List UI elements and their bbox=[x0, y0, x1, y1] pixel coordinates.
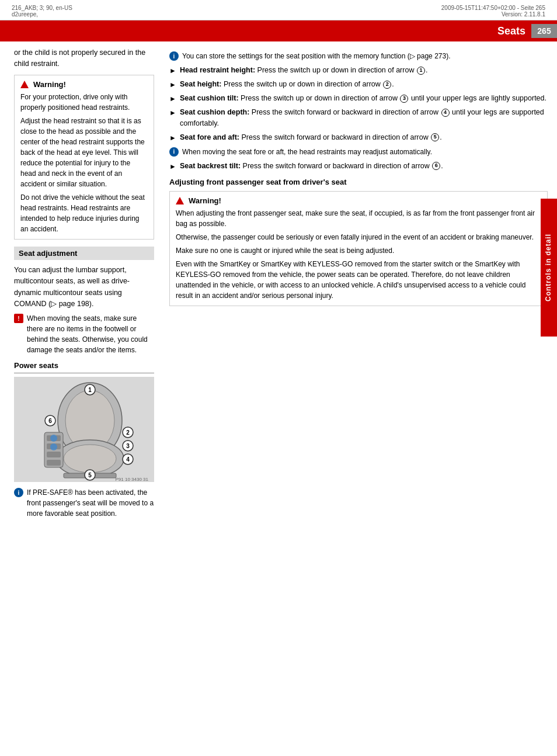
arrow-icon-6: ► bbox=[169, 161, 176, 172]
head-restraint-auto-text: When moving the seat fore or aft, the he… bbox=[182, 147, 432, 157]
svg-text:P91 10 3430 31: P91 10 3430 31 bbox=[116, 477, 149, 482]
warning-title-1: Warning! bbox=[20, 80, 148, 89]
head-restraint-auto-note: i When moving the seat fore or aft, the … bbox=[169, 147, 548, 157]
svg-text:4: 4 bbox=[126, 456, 130, 463]
svg-text:1: 1 bbox=[88, 387, 92, 393]
bullet-seat-cushion-depth: ► Seat cushion depth: Press the switch f… bbox=[169, 107, 548, 129]
caution-text: When moving the seats, make sure there a… bbox=[27, 313, 154, 355]
header-right-bottom: Version: 2.11.8.1 bbox=[441, 11, 545, 18]
info-icon-memory: i bbox=[169, 51, 179, 61]
svg-text:6: 6 bbox=[48, 418, 52, 424]
arrow-icon-1: ► bbox=[169, 65, 176, 76]
warning-box-2: Warning! When adjusting the front passen… bbox=[169, 191, 548, 306]
page-number: 265 bbox=[531, 24, 557, 38]
bullet-text-1: Head restraint height: Press the switch … bbox=[180, 65, 548, 76]
memory-text: You can store the settings for the seat … bbox=[182, 51, 450, 61]
svg-text:5: 5 bbox=[88, 472, 92, 478]
page-title-bar: Seats 265 bbox=[0, 20, 557, 41]
bullet-seat-fore-aft: ► Seat fore and aft: Press the switch fo… bbox=[169, 132, 548, 143]
bullet-seat-cushion-tilt: ► Seat cushion tilt: Press the switch up… bbox=[169, 93, 548, 104]
warning-title-2: Warning! bbox=[176, 196, 541, 205]
bullet-text-6: Seat backrest tilt: Press the switch for… bbox=[180, 161, 548, 172]
svg-text:3: 3 bbox=[126, 443, 130, 449]
warning-label-1: Warning! bbox=[33, 80, 66, 89]
presafe-text: If PRE-SAFE® has been activated, the fro… bbox=[27, 487, 154, 519]
warning-box-1: Warning! For your protection, drive only… bbox=[14, 75, 154, 240]
doc-header: 216_AKB; 3; 90, en-US d2ureepe, 2009-05-… bbox=[0, 0, 557, 20]
arrow-icon-5: ► bbox=[169, 133, 176, 143]
bullet-seat-height: ► Seat height: Press the switch up or do… bbox=[169, 79, 548, 90]
arrow-icon-4: ► bbox=[169, 107, 176, 118]
side-tab: Controls in detail bbox=[541, 199, 557, 337]
power-seats-header: Power seats bbox=[14, 361, 154, 370]
warning2-para4: Even with the SmartKey or SmartKey with … bbox=[176, 259, 541, 301]
warning-triangle-icon-1 bbox=[20, 81, 29, 88]
warning1-para3: Do not drive the vehicle without the sea… bbox=[20, 192, 148, 234]
caution-note: ! When moving the seats, make sure there… bbox=[14, 313, 154, 355]
svg-rect-9 bbox=[47, 452, 61, 457]
exclaim-icon: ! bbox=[14, 314, 23, 323]
bullet-head-restraint: ► Head restraint height: Press the switc… bbox=[169, 65, 548, 76]
svg-point-23 bbox=[50, 435, 57, 442]
bullet-text-5: Seat fore and aft: Press the switch forw… bbox=[180, 132, 548, 143]
left-column: or the child is not properly secured in … bbox=[0, 47, 163, 522]
seat-adjustment-header: Seat adjustment bbox=[14, 247, 154, 260]
info-icon-auto: i bbox=[169, 147, 179, 157]
section-title: Seats bbox=[497, 25, 531, 37]
arrow-icon-3: ► bbox=[169, 93, 176, 104]
svg-rect-10 bbox=[47, 460, 61, 466]
presafe-note: i If PRE-SAFE® has been activated, the f… bbox=[14, 487, 154, 519]
info-icon-presafe: i bbox=[14, 488, 23, 497]
warning1-para1: For your protection, drive only with pro… bbox=[20, 92, 148, 113]
svg-point-24 bbox=[50, 443, 57, 450]
header-right-top: 2009-05-15T11:47:50+02:00 - Seite 265 bbox=[441, 5, 545, 11]
seat-adjustment-text: You can adjust the lumbar support, multi… bbox=[14, 265, 154, 310]
seat-diagram: 1 2 3 4 5 6 P91 10 3430 31 bbox=[14, 377, 154, 482]
arrow-icon-2: ► bbox=[169, 79, 176, 90]
bullet-text-4: Seat cushion depth: Press the switch for… bbox=[180, 107, 548, 129]
memory-note: i You can store the settings for the sea… bbox=[169, 51, 548, 61]
right-column: i You can store the settings for the sea… bbox=[163, 47, 557, 522]
seat-image-container: 1 2 3 4 5 6 P91 10 3430 31 bbox=[14, 377, 154, 484]
svg-point-4 bbox=[64, 445, 116, 473]
warning-triangle-icon-2 bbox=[176, 197, 184, 204]
adjust-front-passenger-heading: Adjusting front passenger seat from driv… bbox=[169, 178, 548, 186]
header-left-top: 216_AKB; 3; 90, en-US bbox=[12, 5, 72, 11]
warning2-para3: Make sure no one is caught or injured wh… bbox=[176, 245, 541, 256]
warning-label-2: Warning! bbox=[189, 196, 221, 205]
intro-text: or the child is not properly secured in … bbox=[14, 47, 154, 70]
bullet-seat-backrest: ► Seat backrest tilt: Press the switch f… bbox=[169, 161, 548, 172]
warning2-para2: Otherwise, the passenger could be seriou… bbox=[176, 232, 541, 242]
header-left-bottom: d2ureepe, bbox=[12, 11, 72, 18]
bullet-text-3: Seat cushion tilt: Press the switch up o… bbox=[180, 93, 548, 104]
svg-text:2: 2 bbox=[126, 429, 130, 436]
main-content: or the child is not properly secured in … bbox=[0, 41, 557, 522]
warning2-para1: When adjusting the front passenger seat,… bbox=[176, 208, 541, 229]
bullet-text-2: Seat height: Press the switch up or down… bbox=[180, 79, 548, 90]
warning1-para2: Adjust the head restraint so that it is … bbox=[20, 116, 148, 189]
